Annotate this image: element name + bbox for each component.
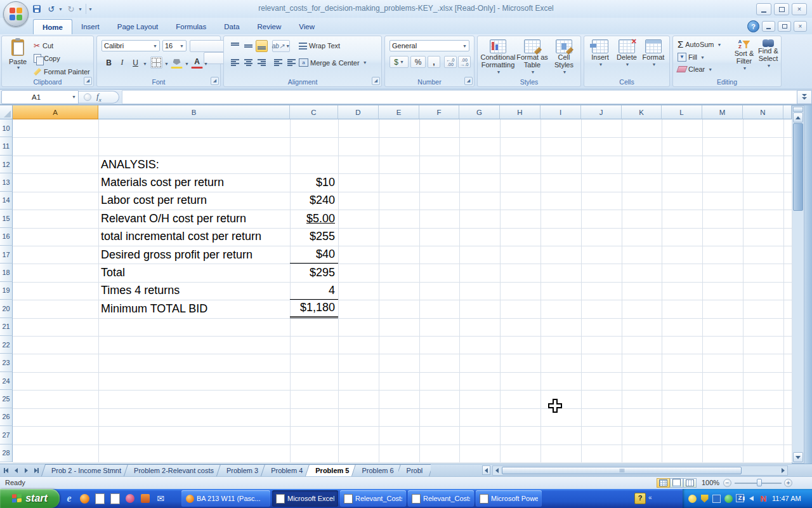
scroll-right-icon[interactable] [779,467,787,474]
scroll-down-icon[interactable] [793,452,803,462]
wrap-text-button[interactable]: Wrap Text [299,42,340,50]
italic-button[interactable]: I [116,57,128,69]
number-format-combo[interactable]: General▼ [390,40,469,51]
name-box[interactable]: A1 ▼ [1,90,79,104]
orientation-button[interactable]: ab↗▼ [272,40,290,52]
cell-b17[interactable]: Desired gross profit per return [101,246,252,264]
zoom-slider-thumb[interactable] [757,479,762,486]
formula-input[interactable] [122,90,797,104]
column-header-n[interactable]: N [743,105,783,119]
cell-c14[interactable]: $240 [290,192,338,210]
vertical-scroll-thumb[interactable] [793,123,803,211]
autosum-button[interactable]: ΣAutoSum▼ [678,40,721,49]
tab-scroll-icon[interactable] [482,465,490,475]
zoom-level[interactable]: 100% [702,479,719,486]
find-select-button[interactable]: Find & Select▼ [756,39,781,70]
font-name-combo[interactable]: Calibri▼ [102,40,160,51]
vertical-scrollbar[interactable] [792,105,804,464]
borders-dropdown-icon[interactable]: ▼ [164,62,169,66]
fill-color-dropdown-icon[interactable]: ▼ [185,62,189,66]
cell-styles-button[interactable]: Cell Styles▼ [549,39,579,76]
normal-view-button[interactable] [657,478,670,488]
column-header-e[interactable]: E [379,105,419,119]
cell-b19[interactable]: Times 4 returns [101,282,180,300]
cell-c19[interactable]: 4 [290,282,338,300]
ribbon-tab-insert[interactable]: Insert [72,19,108,34]
column-header-h[interactable]: H [500,105,540,119]
ribbon-tab-view[interactable]: View [290,19,324,34]
conditional-formatting-button[interactable]: Conditional Formatting▼ [480,39,516,76]
column-header-j[interactable]: J [581,105,622,119]
font-color-dropdown-icon[interactable]: ▼ [204,62,208,66]
save-icon[interactable] [30,3,43,15]
tools-icon[interactable] [712,494,721,504]
minimize-button[interactable] [756,3,771,15]
insert-cells-button[interactable]: Insert▼ [587,39,613,69]
number-dialog-launcher-icon[interactable]: ◢ [464,77,473,85]
row-header-22[interactable]: 22 [0,336,13,354]
format-as-table-button[interactable]: Format as Table▼ [516,39,549,76]
column-header-k[interactable]: K [622,105,662,119]
cell-c20[interactable]: $1,180 [290,300,338,318]
alignment-dialog-launcher-icon[interactable]: ◢ [372,77,380,85]
scrollbar-split-handle[interactable] [793,107,803,112]
delete-cells-button[interactable]: Delete▼ [613,39,640,69]
undo-dropdown-icon[interactable]: ▼ [58,7,63,11]
zoom-in-icon[interactable]: + [784,479,792,487]
name-box-dropdown-icon[interactable]: ▼ [72,95,76,99]
align-right-button[interactable] [256,57,268,69]
sheet-tab-problem-3[interactable]: Problem 3 [218,464,266,476]
ribbon-tab-formulas[interactable]: Formulas [167,19,215,34]
ribbon-tab-home[interactable]: Home [33,19,72,34]
column-header-f[interactable]: F [419,105,459,119]
cell-b13[interactable]: Materials cost per return [101,173,224,191]
row-header-12[interactable]: 12 [0,156,13,173]
word-icon[interactable] [94,493,105,504]
page-break-view-button[interactable] [683,478,697,488]
customize-qat-icon[interactable]: ▼ [88,7,93,11]
row-header-19[interactable]: 19 [0,282,13,300]
cell-b14[interactable]: Labor cost per return [101,192,207,210]
sheet-tab-prob-2-income-stmnt[interactable]: Prob 2 - Income Stmnt [43,464,129,476]
row-header-13[interactable]: 13 [0,173,13,191]
scroll-up-icon[interactable] [793,112,803,123]
row-header-18[interactable]: 18 [0,264,13,281]
firefox-icon[interactable] [79,493,90,504]
restore-button[interactable] [774,3,789,15]
messenger-icon[interactable] [688,494,697,504]
horizontal-scroll-thumb[interactable] [502,467,742,474]
row-header-28[interactable]: 28 [0,444,13,462]
sheet-tab-problem-4[interactable]: Problem 4 [263,464,311,476]
column-header-a[interactable]: A [13,105,98,119]
cell-b18[interactable]: Total [101,264,125,281]
taskbar-button-4[interactable]: Relevant_Costs_f... [408,490,474,507]
row-header-11[interactable]: 11 [0,137,13,155]
taskbar-button-3[interactable]: Relevant_Costs_f... [340,490,406,507]
ribbon-tab-page-layout[interactable]: Page Layout [108,19,167,34]
row-header-27[interactable]: 27 [0,426,13,444]
netware-icon[interactable]: N [759,494,768,504]
row-header-20[interactable]: 20 [0,300,13,318]
row-header-23[interactable]: 23 [0,354,13,371]
ribbon-tab-data[interactable]: Data [215,19,248,34]
previous-sheet-icon[interactable] [11,465,21,475]
cell-c17[interactable]: $40 [290,246,338,264]
row-header-21[interactable]: 21 [0,318,13,336]
copy-button[interactable]: Copy [34,53,60,64]
redo-dropdown-icon[interactable]: ▼ [78,7,82,11]
cell-c13[interactable]: $10 [290,173,338,191]
middle-align-button[interactable] [242,40,254,52]
cell-b20[interactable]: Minimum TOTAL BID [101,300,207,318]
clipboard-dialog-launcher-icon[interactable]: ◢ [84,77,92,85]
taskbar-help-icon[interactable]: ? [634,493,646,504]
borders-button[interactable] [150,57,162,69]
scroll-left-icon[interactable] [493,467,501,474]
underline-button[interactable]: U [129,57,141,69]
bottom-align-button[interactable] [256,40,268,52]
row-header-26[interactable]: 26 [0,408,13,426]
cell-b15[interactable]: Relevant O/H cost per return [101,210,246,227]
start-button[interactable]: start [0,489,60,508]
font-dialog-launcher-icon[interactable]: ◢ [211,77,219,85]
align-center-button[interactable] [242,57,254,69]
insert-function-icon[interactable]: fx [96,91,102,103]
